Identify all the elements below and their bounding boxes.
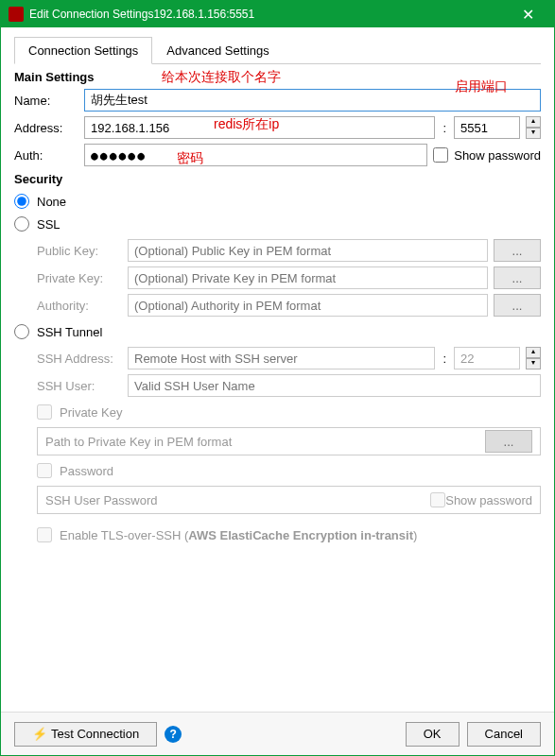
tab-advanced-settings[interactable]: Advanced Settings [152,37,283,63]
title-bar: Edit Connection Settings192.168.1.156:55… [1,1,554,27]
security-ssl-row: SSL [14,216,541,232]
auth-row: Auth: Show password [14,144,541,166]
address-row: Address: : ▴▾ [14,116,541,139]
tls-over-ssh-checkbox [37,527,52,542]
ssl-authority-input [128,294,488,317]
ssh-private-key-path-input: Path to Private Key in PEM format [45,435,485,449]
ssh-user-input [128,374,541,397]
address-port-separator: : [441,121,448,135]
ssh-show-password-checkbox [430,492,445,507]
ssh-address-label: SSH Address: [37,352,122,366]
tab-connection-settings[interactable]: Connection Settings [14,37,152,64]
help-icon[interactable]: ? [165,726,182,743]
address-label: Address: [14,121,78,135]
ssh-port-separator: : [441,352,448,366]
cancel-button[interactable]: Cancel [467,722,541,747]
security-ssh-row: SSH Tunnel [14,324,541,339]
security-none-radio[interactable] [14,194,29,209]
name-label: Name: [14,94,78,108]
lightning-icon: ⚡ [32,727,47,741]
show-password-label: Show password [454,148,541,163]
port-spinner[interactable]: ▴▾ [526,116,541,139]
chevron-up-icon: ▴ [526,347,541,358]
ssl-authority-label: Authority: [37,299,122,313]
ssh-show-password-label: Show password [445,493,532,507]
tab-bar: Connection Settings Advanced Settings [14,37,541,64]
ssl-public-key-label: Public Key: [37,244,122,258]
port-input[interactable] [454,116,520,139]
ssl-public-key-input [128,239,488,262]
ssh-password-input: SSH User Password [45,493,430,507]
dialog-window: Edit Connection Settings192.168.1.156:55… [0,0,555,756]
security-none-row: None [14,194,541,209]
security-ssh-label: SSH Tunnel [37,325,102,339]
ssh-private-key-checkbox [37,404,52,420]
ssl-private-key-input [128,266,488,289]
app-icon [9,7,24,22]
dialog-content: Connection Settings Advanced Settings Ma… [1,27,554,712]
ssh-password-label: Password [60,464,113,478]
ssh-section: SSH Address: : ▴▾ SSH User: Private Key … [37,347,541,542]
test-connection-button[interactable]: ⚡ Test Connection [14,722,157,747]
ssh-private-key-path-row: Path to Private Key in PEM format ... [37,427,541,455]
security-none-label: None [37,195,66,209]
dialog-footer: ⚡ Test Connection ? OK Cancel [1,712,554,755]
test-connection-label: Test Connection [51,727,139,741]
ssl-private-key-label: Private Key: [37,271,122,285]
ssl-authority-browse-button[interactable]: ... [494,294,541,317]
security-ssh-radio[interactable] [14,324,29,339]
ssh-user-label: SSH User: [37,379,122,393]
tls-over-ssh-label: Enable TLS-over-SSH (AWS ElastiCache Enc… [60,528,417,542]
security-heading: Security [14,172,541,186]
ssh-private-key-label: Private Key [60,405,122,420]
name-row: Name: [14,89,541,112]
ssh-address-input [128,347,435,369]
ssh-password-checkbox [37,463,52,478]
chevron-down-icon: ▾ [526,358,541,369]
window-title: Edit Connection Settings192.168.1.156:55… [29,8,509,21]
chevron-down-icon[interactable]: ▾ [526,128,541,139]
main-settings-heading: Main Settings [14,70,541,84]
ssh-private-key-browse-button: ... [485,430,532,453]
address-input[interactable] [84,116,435,139]
ok-button[interactable]: OK [406,722,460,747]
show-password-checkbox[interactable] [433,147,448,163]
security-ssl-radio[interactable] [14,216,29,232]
ssh-port-input [454,347,520,369]
chevron-up-icon[interactable]: ▴ [526,116,541,128]
ssl-public-key-browse-button[interactable]: ... [494,239,541,262]
auth-label: Auth: [14,148,78,163]
close-icon[interactable]: ✕ [509,6,546,24]
ssl-section: Public Key: ... Private Key: ... Authori… [37,239,541,317]
ssh-port-spinner: ▴▾ [526,347,541,369]
name-input[interactable] [84,89,541,112]
ssh-password-row: SSH User Password Show password [37,486,541,514]
security-ssl-label: SSL [37,217,61,232]
auth-input[interactable] [84,144,427,166]
ssl-private-key-browse-button[interactable]: ... [494,266,541,289]
